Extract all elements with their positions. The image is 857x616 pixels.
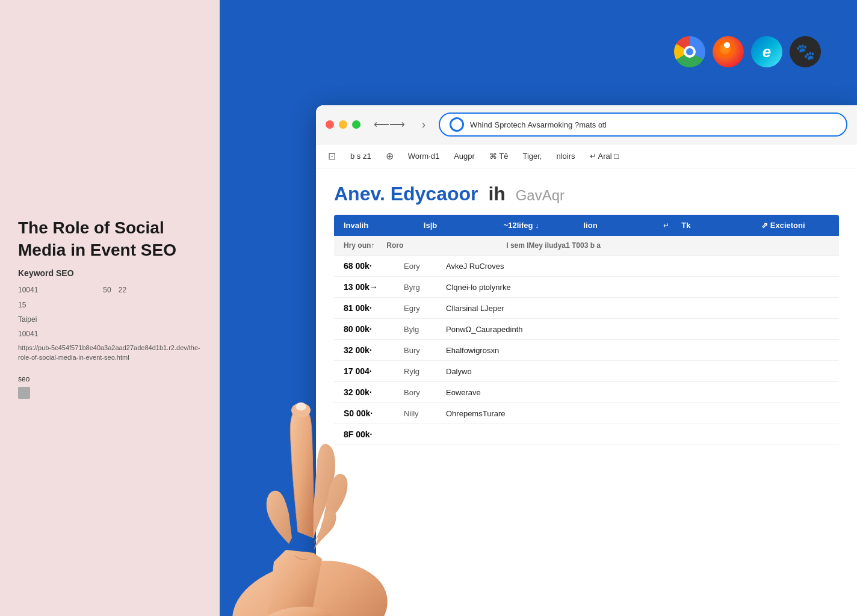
maximize-button[interactable] (352, 120, 360, 129)
nav-icon-2[interactable]: ⊕ (386, 150, 394, 162)
edge-icon[interactable]: e (751, 36, 782, 67)
table-row[interactable]: 68 00k· Eory AvkeJ RuCroves (334, 256, 839, 277)
row-desc: Dalywo (446, 367, 829, 376)
th-invalih[interactable]: Invalih (344, 221, 412, 230)
sidebar-meta-line1: 10041 50 22 (18, 284, 202, 296)
browser-logo-icon (450, 117, 464, 132)
row-desc: Eowerave (446, 388, 829, 397)
address-bar[interactable]: Whind Sprotech Avsarmoking ?mats αtl (439, 112, 847, 137)
forward-button[interactable]: › (418, 117, 429, 132)
browser-nav: ⊡ b s z1 ⊕ Worm·d1 Augpr ⌘ Tē Tiger, nlo… (316, 144, 857, 168)
nav-item-te[interactable]: ⌘ Tē (489, 152, 509, 161)
content-title: Anev. Edycaoor ih GavAqr (334, 183, 839, 205)
back-button[interactable]: ⟵⟶ (370, 117, 409, 132)
nav-icon-1[interactable]: ⊡ (328, 150, 336, 162)
sidebar-meta-line2: 15 (18, 299, 202, 311)
sidebar-tag: seo (18, 375, 202, 383)
th-excietoni[interactable]: ⇗ Excietoni (761, 221, 829, 230)
sidebar: The Role of Social Media in Event SEO Ke… (0, 0, 220, 616)
sidebar-icon-box (18, 387, 30, 399)
title-part3: GavAqr (516, 187, 565, 203)
row-desc: Clqnei-lo ptolynrke (446, 283, 829, 292)
th-12lifeg[interactable]: ~12lifeg ↓ (504, 221, 572, 230)
main-area: e 🐾 ⟵⟶ › Whind Sprotech Avsarmoking ?mat… (220, 0, 857, 616)
row-volume: 68 00k· (344, 261, 392, 271)
sidebar-title: The Role of Social Media in Event SEO (18, 217, 202, 261)
row-volume: 81 00k· (344, 303, 392, 313)
title-part2: ih (488, 183, 505, 205)
th-tk[interactable]: Tk (681, 221, 749, 230)
sidebar-url[interactable]: https://pub-5c454f571b8e40a3a2aad27ade84… (18, 343, 202, 363)
row-desc: PonwΩ_Caurapedinth (446, 325, 829, 334)
close-button[interactable] (326, 120, 334, 129)
hand-overlay (220, 321, 430, 616)
table-subheader-row: Hry oun↑ Roro I sem IMey iludya1 T003 b … (334, 236, 839, 256)
row-desc: Ehalfowigrosxn (446, 346, 829, 355)
nav-item-worm[interactable]: Worm·d1 (408, 152, 440, 161)
th-lion[interactable]: lion (583, 221, 651, 230)
row-desc: AvkeJ RuCroves (446, 262, 829, 271)
nav-item-tiger[interactable]: Tiger, (522, 152, 542, 161)
row-type: Byrg (404, 283, 434, 292)
paw-icon[interactable]: 🐾 (790, 36, 821, 67)
table-row[interactable]: 13 00k→ Byrg Clqnei-lo ptolynrke (334, 277, 839, 298)
address-text: Whind Sprotech Avsarmoking ?mats αtl (470, 120, 837, 129)
sidebar-meta-city: Taipei (18, 313, 202, 325)
th-arrow[interactable]: ↵ (663, 221, 669, 230)
traffic-lights (326, 120, 360, 129)
browser-icons-row: e 🐾 (674, 36, 821, 67)
row-desc: Cllarsinal LJeper (446, 304, 829, 313)
subh-3: I sem IMey iludya1 T003 b a (506, 241, 829, 250)
browser-toolbar: ⟵⟶ › Whind Sprotech Avsarmoking ?mats αt… (316, 105, 857, 144)
sidebar-meta-code: 10041 (18, 328, 202, 340)
sidebar-subtitle: Keyword SEO (18, 268, 202, 278)
minimize-button[interactable] (339, 120, 347, 129)
firefox-icon[interactable] (713, 36, 744, 67)
nav-item-nloirs[interactable]: nloirs (556, 152, 575, 161)
title-part1: Anev. Edycaoor (334, 183, 478, 205)
subh-2: Roro (386, 241, 494, 250)
th-lstb[interactable]: ls|b (424, 221, 492, 230)
row-type: Eory (404, 262, 434, 271)
chrome-icon[interactable] (674, 36, 705, 67)
nav-item-augpr[interactable]: Augpr (454, 152, 475, 161)
nav-item-aral[interactable]: ↵ Aral □ (590, 152, 619, 161)
svg-point-2 (295, 402, 306, 411)
nav-item-1[interactable]: b s z1 (350, 152, 371, 161)
table-row[interactable]: 81 00k· Egry Cllarsinal LJeper (334, 298, 839, 319)
row-desc: OhrepemsTurare (446, 409, 829, 418)
subh-1: Hry oun↑ (344, 241, 374, 250)
row-volume: 13 00k→ (344, 282, 392, 292)
table-header: Invalih ls|b ~12lifeg ↓ lion ↵ Tk ⇗ Exci… (334, 215, 839, 236)
row-type: Egry (404, 304, 434, 313)
